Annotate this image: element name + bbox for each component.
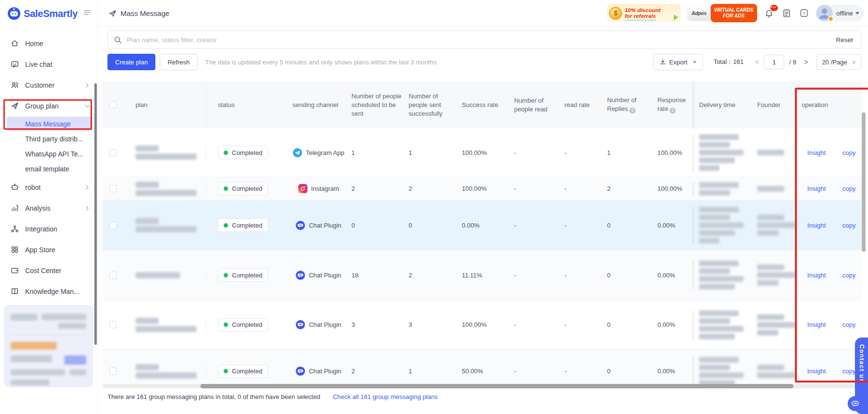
copy-link[interactable]: copy (842, 272, 855, 279)
insight-link[interactable]: Insight (807, 272, 826, 279)
chatplugin-icon (296, 320, 305, 329)
chevron-down-icon (84, 103, 91, 109)
insight-link[interactable]: Insight (807, 368, 826, 375)
reset-button[interactable]: Reset (828, 31, 861, 48)
user-status: offline (837, 10, 853, 17)
status-cell: Completed (206, 318, 286, 332)
row-checkbox[interactable] (109, 185, 117, 192)
sidebar-item-whatsapp-api-template[interactable]: WhatsApp API Te... (7, 147, 92, 161)
read-rate-cell: - (558, 149, 600, 156)
redacted-text (699, 157, 735, 163)
redacted-text (136, 364, 159, 370)
sidebar-item-home[interactable]: Home (0, 33, 97, 54)
sidebar-item-knowledge[interactable]: Knowledge Man... (0, 281, 97, 302)
read-cell: - (507, 185, 558, 192)
plans-table: planstatussending channelNumber of peopl… (103, 81, 861, 384)
export-button[interactable]: Export (653, 54, 703, 70)
sidebar-item-customer[interactable]: Customer (0, 75, 97, 95)
contact-chat-bubble-icon[interactable] (848, 396, 863, 411)
row-checkbox[interactable] (109, 321, 117, 328)
copy-link[interactable]: copy (842, 185, 855, 192)
column-header-operation: operation (789, 81, 861, 128)
create-plan-button[interactable]: Create plan (107, 54, 155, 70)
notifications-bell-icon[interactable]: ••• (764, 8, 775, 18)
scheduled-cell: 2 (345, 368, 402, 375)
sidebar-item-group-plan[interactable]: Group plan (0, 95, 97, 116)
sent-cell: 3 (402, 321, 455, 328)
info-icon[interactable]: i (670, 107, 676, 114)
column-header-delivery-time: Delivery time (692, 81, 750, 128)
next-page-button[interactable]: > (799, 58, 813, 66)
sidebar-account-panel (4, 305, 93, 387)
redacted-text (136, 190, 197, 196)
row-checkbox[interactable] (109, 149, 117, 156)
collapse-menu-icon[interactable] (83, 8, 91, 19)
svg-text:?: ? (803, 11, 805, 16)
page-size-value: 20 /Page (822, 59, 847, 66)
sidebar-item-label: Home (25, 40, 43, 47)
vertical-scrollbar-thumb[interactable] (862, 112, 866, 252)
redacted-text (699, 284, 735, 290)
horizontal-scrollbar-thumb[interactable] (200, 384, 793, 388)
copy-link[interactable]: copy (842, 368, 855, 375)
insight-link[interactable]: Insight (807, 321, 826, 328)
sidebar-item-robot[interactable]: robot (0, 177, 97, 198)
send-icon (11, 102, 19, 110)
sidebar-item-label: Mass Message (25, 120, 71, 128)
sidebar-item-mass-message[interactable]: Mass Message (7, 117, 92, 131)
user-menu[interactable]: offline (816, 5, 864, 21)
scheduled-cell: 3 (345, 321, 402, 328)
page-size-select[interactable]: 20 /Page ∨ (817, 54, 861, 70)
check-all-link[interactable]: Check all 161 group messaging plans (333, 393, 438, 400)
sidebar-scrollbar[interactable] (94, 83, 97, 345)
refresh-button[interactable]: Refresh (160, 54, 198, 70)
sidebar-item-integration[interactable]: Integration (0, 218, 97, 239)
copy-link[interactable]: copy (842, 149, 855, 156)
row-checkbox[interactable] (109, 272, 117, 279)
tasks-clipboard-icon[interactable] (781, 8, 792, 18)
redacted-text (757, 280, 778, 286)
replies-cell: 0 (600, 272, 651, 279)
help-icon[interactable]: ? (799, 8, 809, 18)
sidebar-item-live-chat[interactable]: Live chat (0, 54, 97, 75)
sent-cell: 1 (402, 368, 455, 375)
coin-icon: $ (609, 7, 622, 20)
sidebar-item-analysis[interactable]: Analysis (0, 198, 97, 218)
redacted-text (136, 326, 197, 332)
read-cell: - (507, 272, 558, 279)
prev-page-button[interactable]: < (750, 58, 764, 66)
channel-cell: Instagram (286, 184, 345, 193)
info-icon[interactable]: i (629, 107, 636, 114)
redacted-button[interactable] (64, 355, 86, 365)
channel-cell: Chat Plugin (286, 367, 345, 376)
book-icon (11, 287, 19, 295)
page-number-input[interactable] (764, 55, 784, 69)
export-label: Export (669, 59, 687, 66)
status-badge: Completed (218, 318, 268, 332)
send-icon (108, 9, 117, 17)
redacted-text (136, 218, 159, 224)
referral-discount-banner[interactable]: $ 10% discount for referrals (607, 4, 681, 22)
table-footer: There are 161 group messaging plans in t… (107, 393, 438, 400)
total-label: Total：161 (714, 58, 744, 66)
copy-link[interactable]: copy (842, 222, 855, 229)
select-all-checkbox[interactable] (109, 101, 117, 108)
sidebar-item-cost-center[interactable]: Cost Center (0, 260, 97, 281)
sidebar-item-app-store[interactable]: App Store (0, 239, 97, 260)
table-row: CompletedInstagram22100.00%--2100.00%Ins… (103, 177, 861, 200)
search-input[interactable] (127, 36, 828, 44)
row-checkbox[interactable] (109, 368, 117, 375)
sidebar-item-email-template[interactable]: email template (7, 162, 92, 176)
copy-link[interactable]: copy (842, 321, 855, 328)
referral-line1: 10% discount (624, 7, 660, 13)
insight-link[interactable]: Insight (807, 149, 826, 156)
insight-link[interactable]: Insight (807, 185, 826, 192)
operation-cell: Insightcopy (789, 272, 861, 279)
status-badge: Completed (218, 218, 268, 232)
virtual-cards-banner[interactable]: Adpos VIRTUAL CARDS FOR ADS (687, 4, 757, 22)
row-checkbox[interactable] (109, 222, 117, 229)
sidebar-item-third-party-distribution[interactable]: Third party distrib... (7, 132, 92, 146)
column-header-read-rate: read rate (558, 81, 600, 128)
insight-link[interactable]: Insight (807, 222, 826, 229)
status-badge: Completed (218, 365, 268, 378)
